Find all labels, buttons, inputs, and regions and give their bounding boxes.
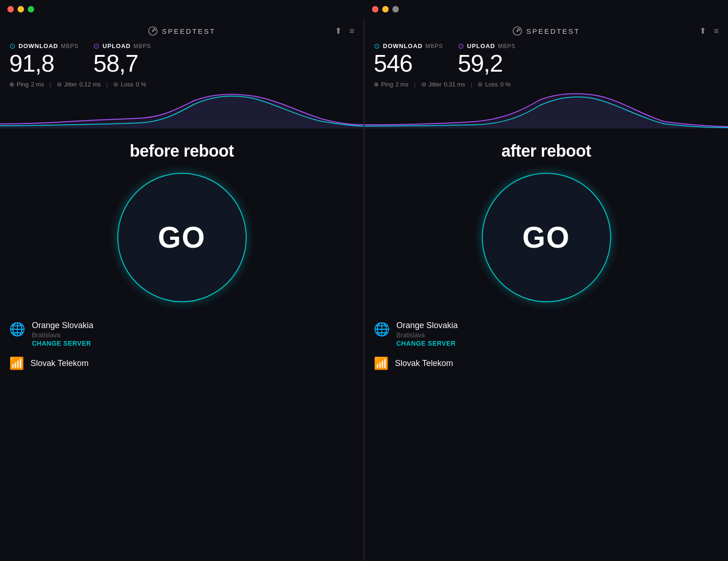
- download-unit-after: Mbps: [425, 43, 443, 49]
- jitter-value-before: 0,12 ms: [79, 81, 101, 88]
- jitter-value-after: 0,31 ms: [444, 81, 465, 88]
- traffic-light-red-left[interactable]: [7, 6, 14, 12]
- network-name-after: Slovak Telekom: [395, 359, 453, 368]
- network-name-before: Slovak Telekom: [30, 359, 89, 368]
- share-icon-before[interactable]: ⬆: [335, 26, 342, 36]
- server-details-before: Orange Slovakia Bratislava CHANGE SERVER: [32, 321, 93, 347]
- download-icon-after: ⊙: [374, 42, 380, 50]
- speedtest-logo-icon-before: [148, 26, 158, 36]
- go-text-after: GO: [522, 220, 570, 255]
- upload-icon-before: ⊙: [93, 42, 100, 50]
- loss-icon-after: ⊖: [478, 81, 483, 88]
- server-name-after: Orange Slovakia: [396, 321, 458, 330]
- server-name-before: Orange Slovakia: [32, 321, 93, 330]
- jitter-icon-before: ⊖: [57, 81, 62, 88]
- settings-icon-after[interactable]: ≡: [714, 26, 719, 36]
- download-label-before: DOWNLOAD: [18, 43, 58, 49]
- change-server-after[interactable]: CHANGE SERVER: [396, 340, 458, 347]
- traffic-light-red-right[interactable]: [372, 6, 378, 12]
- graph-svg-after: [364, 91, 728, 128]
- upload-unit-after: Mbps: [498, 43, 516, 49]
- speedtest-header-after: SPEEDTEST ⬆ ≡: [364, 18, 728, 40]
- title-bar-right-controls: [372, 6, 399, 12]
- speedtest-logo-icon-after: [512, 26, 522, 36]
- go-button-container-after: GO: [364, 168, 728, 311]
- separator2-after: |: [471, 81, 472, 88]
- traffic-light-yellow-right[interactable]: [382, 6, 388, 12]
- speedtest-title-after: SPEEDTEST: [526, 27, 580, 35]
- go-button-after[interactable]: GO: [482, 173, 611, 302]
- svg-line-5: [517, 29, 519, 31]
- header-actions-after: ⬆ ≡: [699, 26, 719, 36]
- ping-icon-before: ⊕: [9, 81, 14, 88]
- server-details-after: Orange Slovakia Bratislava CHANGE SERVER: [396, 321, 458, 347]
- server-info-before: 🌐 Orange Slovakia Bratislava CHANGE SERV…: [0, 311, 364, 352]
- ping-item-after: ⊕ Ping 2 ms: [374, 81, 408, 88]
- network-info-after: 📶 Slovak Telekom: [364, 352, 728, 375]
- server-location-before: Bratislava: [32, 331, 93, 339]
- change-server-before[interactable]: CHANGE SERVER: [32, 340, 93, 347]
- graph-before: [0, 91, 364, 128]
- wifi-icon-after: 📶: [374, 356, 388, 371]
- ping-label-after: Ping: [381, 81, 393, 88]
- globe-icon-before: 🌐: [9, 322, 25, 337]
- download-unit-before: Mbps: [61, 43, 79, 49]
- speedtest-logo-after: SPEEDTEST: [512, 26, 580, 36]
- loss-value-after: 0 %: [500, 81, 510, 88]
- share-icon-after[interactable]: ⬆: [699, 26, 706, 36]
- upload-label-after: UPLOAD: [467, 43, 495, 49]
- upload-stat-after: ⊙ UPLOAD Mbps 59,2: [458, 42, 516, 75]
- speedtest-title-before: SPEEDTEST: [162, 27, 215, 35]
- download-stat-after: ⊙ DOWNLOAD Mbps 546: [374, 42, 443, 75]
- go-button-before[interactable]: GO: [117, 173, 247, 302]
- upload-label-before: UPLOAD: [103, 43, 131, 49]
- panel-after: SPEEDTEST ⬆ ≡ ⊙ DOWNLOAD Mbps 546 ⊙ UPLO…: [364, 18, 728, 561]
- network-info-before: 📶 Slovak Telekom: [0, 352, 364, 375]
- loss-item-before: ⊖ Loss 0 %: [113, 81, 146, 88]
- separator1-after: |: [414, 81, 415, 88]
- jitter-label-after: Jitter: [429, 81, 442, 88]
- main-content: SPEEDTEST ⬆ ≡ ⊙ DOWNLOAD Mbps 91,8 ⊙ UPL…: [0, 18, 728, 561]
- download-icon-before: ⊙: [9, 42, 16, 50]
- loss-label-after: Loss: [485, 81, 497, 88]
- ping-row-after: ⊕ Ping 2 ms | ⊖ Jitter 0,31 ms | ⊖ Loss …: [364, 79, 728, 91]
- upload-stat-before: ⊙ UPLOAD Mbps 58,7: [93, 42, 151, 75]
- graph-svg-before: [0, 91, 364, 128]
- traffic-light-gray-right[interactable]: [392, 6, 399, 12]
- loss-item-after: ⊖ Loss 0 %: [478, 81, 510, 88]
- jitter-item-before: ⊖ Jitter 0,12 ms: [57, 81, 101, 88]
- stats-row-before: ⊙ DOWNLOAD Mbps 91,8 ⊙ UPLOAD Mbps 58,7: [0, 40, 364, 79]
- server-location-after: Bratislava: [396, 331, 458, 339]
- loss-icon-before: ⊖: [113, 81, 118, 88]
- section-label-before: before reboot: [0, 128, 364, 168]
- settings-icon-before[interactable]: ≡: [349, 26, 354, 36]
- stats-row-after: ⊙ DOWNLOAD Mbps 546 ⊙ UPLOAD Mbps 59,2: [364, 40, 728, 79]
- upload-value-before: 58,7: [93, 51, 151, 75]
- title-bar: [0, 0, 728, 18]
- traffic-light-green-left[interactable]: [28, 6, 34, 12]
- download-stat-before: ⊙ DOWNLOAD Mbps 91,8: [9, 42, 79, 75]
- jitter-icon-after: ⊖: [421, 81, 426, 88]
- server-info-after: 🌐 Orange Slovakia Bratislava CHANGE SERV…: [364, 311, 728, 352]
- download-value-before: 91,8: [9, 51, 79, 75]
- ping-item-before: ⊕ Ping 2 ms: [9, 81, 44, 88]
- go-button-container-before: GO: [0, 168, 364, 311]
- panel-before: SPEEDTEST ⬆ ≡ ⊙ DOWNLOAD Mbps 91,8 ⊙ UPL…: [0, 18, 364, 561]
- ping-icon-after: ⊕: [374, 81, 379, 88]
- ping-value-after: 2 ms: [395, 81, 408, 88]
- download-label-after: DOWNLOAD: [383, 43, 423, 49]
- speedtest-header-before: SPEEDTEST ⬆ ≡: [0, 18, 364, 40]
- go-text-before: GO: [158, 220, 206, 255]
- svg-line-2: [153, 29, 155, 31]
- ping-label-before: Ping: [17, 81, 29, 88]
- jitter-label-before: Jitter: [64, 81, 77, 88]
- wifi-icon-before: 📶: [9, 356, 24, 371]
- ping-row-before: ⊕ Ping 2 ms | ⊖ Jitter 0,12 ms | ⊖ Loss …: [0, 79, 364, 91]
- loss-label-before: Loss: [121, 81, 133, 88]
- upload-icon-after: ⊙: [458, 42, 464, 50]
- download-value-after: 546: [374, 51, 443, 75]
- upload-unit-before: Mbps: [133, 43, 151, 49]
- speedtest-logo-before: SPEEDTEST: [148, 26, 215, 36]
- jitter-item-after: ⊖ Jitter 0,31 ms: [421, 81, 465, 88]
- traffic-light-yellow-left[interactable]: [18, 6, 24, 12]
